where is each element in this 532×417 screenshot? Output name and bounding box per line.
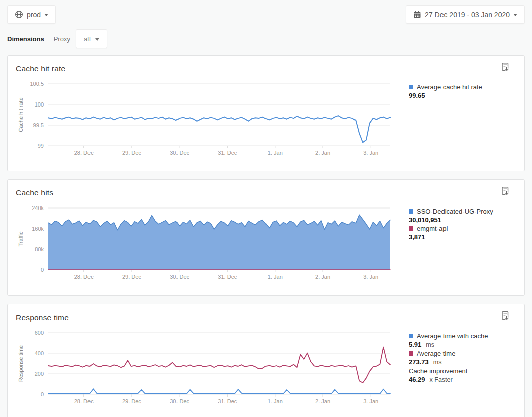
cache-hit-rate-panel: Cache hit rate 100.510099.599Cache hit r…	[7, 55, 525, 171]
date-range-label: 27 Dec 2019 - 03 Jan 2020	[425, 11, 510, 19]
svg-text:29. Dec: 29. Dec	[122, 398, 141, 404]
svg-text:0: 0	[41, 267, 44, 273]
chart-legend: SSO-Dedicated-UG-Proxy30,010,951emgmt-ap…	[409, 207, 522, 241]
svg-text:29. Dec: 29. Dec	[122, 274, 141, 280]
chevron-down-icon	[95, 38, 99, 41]
chevron-down-icon	[44, 14, 48, 16]
proxy-filter-value: all	[84, 35, 91, 43]
export-report-icon	[500, 186, 511, 197]
export-report-icon	[500, 311, 511, 322]
svg-text:30. Dec: 30. Dec	[170, 150, 189, 156]
svg-text:Traffic: Traffic	[18, 231, 24, 246]
legend-unit: ms	[426, 341, 434, 348]
globe-icon	[15, 10, 23, 19]
export-report-button[interactable]	[500, 311, 511, 322]
legend-label: Average time with cache	[409, 332, 522, 340]
svg-text:3. Jan: 3. Jan	[363, 150, 378, 156]
legend-label: Average cache hit rate	[409, 83, 522, 91]
calendar-icon	[413, 11, 421, 19]
chart-canvas: 100.510099.599Cache hit rate28. Dec29. D…	[16, 79, 399, 159]
svg-text:240k: 240k	[32, 205, 44, 211]
svg-text:3. Jan: 3. Jan	[363, 398, 378, 404]
svg-text:Response time: Response time	[18, 345, 24, 382]
legend-value: 273.73ms	[409, 358, 522, 367]
svg-text:200: 200	[35, 371, 44, 377]
svg-text:100: 100	[35, 101, 44, 108]
chevron-down-icon	[513, 14, 517, 16]
svg-text:3. Jan: 3. Jan	[363, 274, 378, 280]
environment-selector-button[interactable]: prod	[7, 5, 56, 24]
svg-text:1. Jan: 1. Jan	[268, 150, 283, 156]
response-time-chart: 6004002000Response time28. Dec29. Dec30.…	[16, 328, 399, 409]
legend-value: 30,010,951	[409, 216, 522, 224]
proxy-filter-dropdown[interactable]: all	[76, 29, 107, 48]
chart-legend: Average cache hit rate99.65	[409, 83, 522, 100]
dimensions-label: Dimensions	[7, 35, 44, 43]
legend-swatch	[409, 85, 413, 89]
svg-text:600: 600	[35, 330, 44, 336]
svg-text:2. Jan: 2. Jan	[315, 398, 330, 404]
svg-text:Cache hit rate: Cache hit rate	[18, 97, 24, 132]
cache-hit-rate-chart: 100.510099.599Cache hit rate28. Dec29. D…	[16, 79, 399, 160]
panel-title: Cache hit rate	[16, 64, 65, 73]
legend-swatch	[409, 351, 413, 356]
svg-text:28. Dec: 28. Dec	[74, 274, 94, 280]
svg-text:2. Jan: 2. Jan	[315, 150, 330, 156]
chart-legend: Average time with cache5.91msAverage tim…	[409, 332, 522, 384]
environment-label: prod	[27, 11, 41, 19]
svg-text:80k: 80k	[35, 246, 44, 252]
legend-swatch	[409, 209, 413, 214]
svg-text:30. Dec: 30. Dec	[170, 274, 189, 280]
svg-text:28. Dec: 28. Dec	[74, 398, 94, 404]
panel-title: Response time	[16, 313, 69, 322]
svg-text:31. Dec: 31. Dec	[218, 274, 237, 280]
svg-text:400: 400	[35, 350, 44, 356]
svg-text:99.5: 99.5	[33, 122, 44, 128]
svg-text:29. Dec: 29. Dec	[122, 150, 141, 156]
legend-label: emgmt-api	[409, 224, 522, 233]
legend-value: 5.91ms	[409, 340, 522, 349]
svg-text:0: 0	[41, 391, 44, 397]
dimensions-bar: Dimensions Proxy all	[7, 29, 107, 48]
panel-title: Cache hits	[16, 188, 53, 197]
export-report-button[interactable]	[500, 186, 511, 197]
svg-text:31. Dec: 31. Dec	[218, 150, 237, 156]
legend-unit: x Faster	[430, 376, 453, 383]
chart-canvas: 6004002000Response time28. Dec29. Dec30.…	[16, 328, 399, 408]
date-range-button[interactable]: 27 Dec 2019 - 03 Jan 2020	[406, 5, 525, 24]
svg-text:31. Dec: 31. Dec	[218, 398, 237, 404]
cache-hits-panel: Cache hits 240k160k80k0Traffic28. Dec29.…	[7, 179, 525, 296]
export-report-icon	[500, 62, 511, 73]
dimension-proxy-label: Proxy	[54, 35, 70, 43]
legend-value: 99.65	[409, 91, 522, 100]
export-report-button[interactable]	[500, 62, 511, 73]
legend-label: Average time	[409, 349, 522, 358]
svg-text:100.5: 100.5	[30, 81, 44, 87]
legend-swatch	[409, 226, 413, 231]
svg-text:160k: 160k	[32, 226, 44, 232]
response-time-panel: Response time 6004002000Response time28.…	[7, 304, 525, 417]
chart-canvas: 240k160k80k0Traffic28. Dec29. Dec30. Dec…	[16, 203, 399, 283]
svg-text:30. Dec: 30. Dec	[170, 398, 189, 404]
legend-value: 3,871	[409, 233, 522, 241]
svg-text:1. Jan: 1. Jan	[268, 398, 283, 404]
legend-label: Cache improvement	[409, 367, 522, 375]
svg-text:28. Dec: 28. Dec	[74, 150, 94, 156]
cache-hits-chart: 240k160k80k0Traffic28. Dec29. Dec30. Dec…	[16, 203, 399, 284]
legend-label: SSO-Dedicated-UG-Proxy	[409, 207, 522, 216]
svg-text:99: 99	[38, 143, 44, 149]
legend-unit: ms	[433, 359, 442, 366]
svg-text:2. Jan: 2. Jan	[315, 274, 330, 280]
legend-value: 46.29x Faster	[409, 375, 522, 384]
svg-text:1. Jan: 1. Jan	[268, 274, 283, 280]
legend-swatch	[409, 334, 413, 338]
